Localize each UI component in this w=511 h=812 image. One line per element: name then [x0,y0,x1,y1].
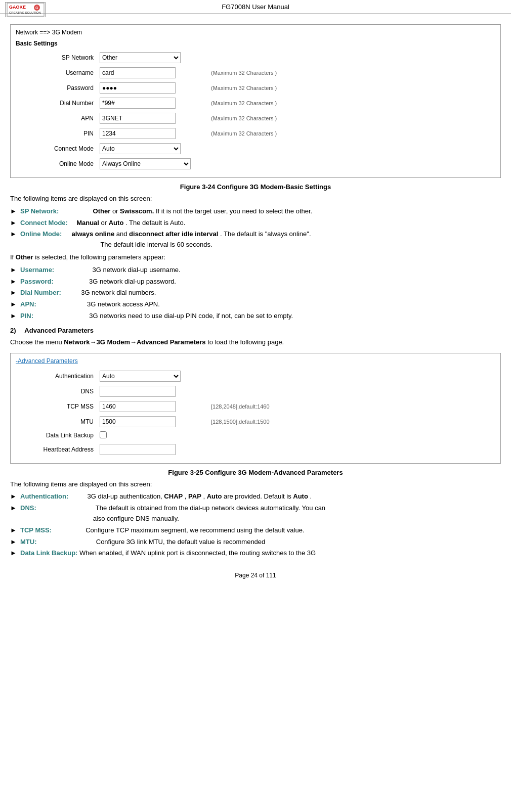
sp-network-row: SP Network Other Swisscom [16,50,495,65]
figure2-panel: -Advanced Parameters Authentication Auto… [10,353,501,464]
tcp-mss-input-cell [97,399,208,414]
sp-network-select[interactable]: Other Swisscom [100,52,181,63]
always-online-value: always online [72,230,115,238]
data-link-backup-hint [208,429,495,442]
mtu-hint: [128,1500],default:1500 [208,414,495,429]
mtu-label: MTU [16,414,97,429]
heartbeat-address-row: Heartbeat Address [16,442,495,457]
chap-value: CHAP [164,492,183,500]
pin-row: PIN (Maximum 32 Characters ) [16,126,495,141]
username-term: Username: [20,266,54,274]
figure1-panel-title: Network ==> 3G Modem [16,29,495,36]
pin-input-cell [97,126,208,141]
page-header: GAOKE CREATIVE SOLUTION G FG7008N User M… [0,0,511,14]
desc2-intro: The following items are displayed on thi… [10,479,501,490]
apn-row: APN (Maximum 32 Characters ) [16,111,495,126]
if-other-text: If Other is selected, the following para… [10,252,501,263]
figure2-panel-title: -Advanced Parameters [16,357,495,365]
desc1-intro: The following items are displayed on thi… [10,194,501,204]
tcp-mss-bullet: ► TCP MSS: Configure TCP maximum segment… [10,525,501,536]
tcp-mss-desc: TCP MSS: Configure TCP maximum segment, … [20,525,501,536]
figure2-caption: Figure 3-25 Configure 3G Modem-Advanced … [10,469,501,476]
sp-network-bullet: ► SP Network: Other or Swisscom. If it i… [10,206,501,217]
logo-text: GAOKE CREATIVE SOLUTION G [5,2,46,17]
heartbeat-address-label: Heartbeat Address [16,442,97,457]
auto-default-value: Auto [293,492,308,500]
online-mode-input-cell: Always Online Disconnect after idle inte… [97,156,208,171]
data-link-backup-input-cell [97,429,208,442]
svg-text:G: G [35,6,38,10]
sp-network-desc: SP Network: Other or Swisscom. If it is … [20,206,501,217]
bullet-arrow-5: ► [10,277,18,287]
bullet-arrow-6: ► [10,288,18,298]
mtu-row: MTU [128,1500],default:1500 [16,414,495,429]
password-input-cell [97,80,208,96]
bullet-arrow-9: ► [10,491,18,502]
authentication-hint [208,369,495,384]
mtu-term: MTU: [20,538,37,546]
online-mode-desc: Online Mode: always online and disconnec… [20,229,501,250]
pin-term: PIN: [20,312,33,320]
username-input[interactable] [100,67,176,78]
idle-interval-note: The default idle interval is 60 seconds. [100,241,212,248]
dns-bullet: ► DNS: The default is obtained from the … [10,503,501,524]
bullet-arrow-8: ► [10,311,18,322]
tcp-mss-hint: [128,2048],default:1460 [208,399,495,414]
online-mode-row: Online Mode Always Online Disconnect aft… [16,156,495,171]
authentication-input-cell: Auto CHAP PAP [97,369,208,384]
username-hint: (Maximum 32 Characters ) [208,65,495,80]
heartbeat-address-input-cell [97,442,208,457]
password-term: Password: [20,278,54,285]
bullet-arrow-13: ► [10,548,18,559]
authentication-select[interactable]: Auto CHAP PAP [100,371,181,382]
dns-desc: DNS: The default is obtained from the di… [20,503,501,524]
connect-mode-select[interactable]: Auto Manual [100,143,181,154]
bullet-arrow-3: ► [10,229,18,240]
mtu-input-cell [97,414,208,429]
svg-text:CREATIVE SOLUTION: CREATIVE SOLUTION [9,11,41,14]
heartbeat-address-input[interactable] [100,444,176,455]
online-mode-select[interactable]: Always Online Disconnect after idle inte… [100,158,191,169]
connect-mode-desc: Connect Mode: Manual or Auto . The defau… [20,218,501,229]
page-title: FG7008N User Manual [0,3,511,11]
password-input[interactable] [100,82,176,94]
apn-term: APN: [20,300,36,308]
connect-mode-auto: Auto [109,219,124,227]
pin-desc: PIN: 3G networks need to use dial-up PIN… [20,311,501,322]
dial-number-input[interactable] [100,98,176,109]
data-link-backup-desc: Data Link Backup: When enabled, if WAN u… [20,548,501,559]
password-desc: Password: 3G network dial-up password. [20,277,501,287]
dns-input-cell [97,384,208,399]
authentication-row: Authentication Auto CHAP PAP [16,369,495,384]
section2-heading: 2) Advanced Parameters [10,327,501,334]
other-bold: Other [16,253,33,261]
username-input-cell [97,65,208,80]
authentication-label: Authentication [16,369,97,384]
pin-label: PIN [16,126,97,141]
dns-row: DNS [16,384,495,399]
dns-input[interactable] [100,386,176,397]
username-label: Username [16,65,97,80]
connect-mode-row: Connect Mode Auto Manual [16,141,495,156]
apn-hint: (Maximum 32 Characters ) [208,111,495,126]
pin-hint: (Maximum 32 Characters ) [208,126,495,141]
mtu-input[interactable] [100,416,176,427]
figure1-panel: Network ==> 3G Modem Basic Settings SP N… [10,24,501,178]
tcp-mss-input[interactable] [100,401,176,412]
dial-number-hint: (Maximum 32 Characters ) [208,96,495,111]
apn-input[interactable] [100,113,176,124]
username-bullet: ► Username: 3G network dial-up username. [10,265,501,276]
pap-value: PAP [188,492,201,500]
tcp-mss-label: TCP MSS [16,399,97,414]
dns-line2: also configure DNS manually. [93,515,179,522]
password-label: Password [16,80,97,96]
apn-input-cell [97,111,208,126]
online-mode-bullet: ► Online Mode: always online and disconn… [10,229,501,250]
advanced-params-link[interactable]: -Advanced Parameters [16,357,78,365]
apn-label: APN [16,111,97,126]
sp-network-other: Other [93,207,111,215]
pin-bullet: ► PIN: 3G networks need to use dial-up P… [10,311,501,322]
pin-input[interactable] [100,128,176,139]
menu-path-text: Network→3G Modem→Advanced Parameters [64,338,205,346]
data-link-backup-checkbox[interactable] [100,431,107,438]
